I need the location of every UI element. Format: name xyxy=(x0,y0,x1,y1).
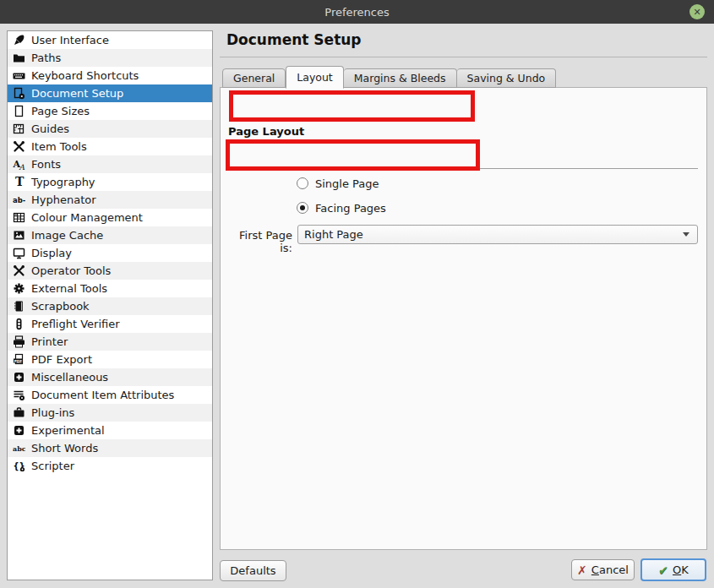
tab-bar: General Layout Margins & Bleeds Saving &… xyxy=(222,65,556,88)
cancel-x-icon: ✗ xyxy=(577,564,587,576)
chevron-down-icon xyxy=(675,232,697,237)
facing-pages-label[interactable]: Facing Pages xyxy=(315,202,386,215)
sidebar-item-page-sizes[interactable]: Page Sizes xyxy=(8,102,212,120)
sidebar-item-printer[interactable]: Printer xyxy=(8,333,212,351)
sidebar-item-label: Page Sizes xyxy=(31,105,90,117)
letter-t-icon: T xyxy=(12,176,25,188)
sidebar-item-preflight-verifier[interactable]: Preflight Verifier xyxy=(8,315,212,333)
sidebar-item-plug-ins[interactable]: Plug-ins xyxy=(8,404,212,422)
sidebar-item-label: Image Cache xyxy=(31,229,103,242)
sidebar-item-scrapbook[interactable]: Scrapbook xyxy=(8,297,212,315)
sidebar-item-document-item-attributes[interactable]: Document Item Attributes xyxy=(8,386,212,404)
pdf-icon: PDF xyxy=(12,353,25,366)
plus-square-icon xyxy=(12,424,25,437)
keyboard-icon xyxy=(12,69,25,82)
sidebar-item-label: Fonts xyxy=(31,158,61,171)
sidebar-item-display[interactable]: Display xyxy=(8,244,212,262)
sidebar-item-pdf-export[interactable]: PDF PDF Export xyxy=(8,351,212,368)
folder-icon xyxy=(12,52,25,64)
crossed-tools-icon xyxy=(12,140,25,153)
double-a-icon: AA xyxy=(12,158,25,171)
close-icon: ✕ xyxy=(693,8,700,17)
annotation-box-1 xyxy=(229,90,475,122)
annotation-box-2 xyxy=(226,139,480,171)
sidebar-item-label: External Tools xyxy=(31,282,107,295)
sidebar-item-label: PDF Export xyxy=(31,353,92,366)
preferences-dialog: { "window": { "title": "Preferences", "c… xyxy=(0,0,714,588)
braces-gear-icon: {} xyxy=(12,460,25,472)
defaults-button[interactable]: Defaults xyxy=(220,560,286,581)
sidebar-item-label: Scrapbook xyxy=(31,300,90,313)
single-page-radio[interactable] xyxy=(297,177,308,189)
svg-text:ab-: ab- xyxy=(13,196,25,204)
sidebar-item-hyphenator[interactable]: ab- Hyphenator xyxy=(8,191,212,209)
notebook-icon xyxy=(12,300,25,313)
sidebar-item-guides[interactable]: Guides xyxy=(8,120,212,138)
tab-saving-undo[interactable]: Saving & Undo xyxy=(457,68,557,88)
sidebar-item-label: Colour Management xyxy=(31,211,143,224)
sidebar-item-experimental[interactable]: Experimental xyxy=(8,422,212,439)
sidebar-item-label: Miscellaneous xyxy=(31,371,108,384)
sidebar-item-label: Experimental xyxy=(31,424,105,437)
document-gear-icon xyxy=(12,87,25,100)
sidebar-item-label: Preflight Verifier xyxy=(31,318,120,330)
sidebar-item-user-interface[interactable]: User Interface xyxy=(8,31,212,49)
sidebar-item-label: Item Tools xyxy=(31,140,87,153)
sidebar-item-label: Operator Tools xyxy=(31,264,111,277)
facing-pages-radio[interactable] xyxy=(297,202,308,214)
close-button[interactable]: ✕ xyxy=(689,4,705,19)
page-layout-label: Page Layout xyxy=(228,125,304,138)
pen-icon xyxy=(12,34,25,46)
tab-layout[interactable]: Layout xyxy=(286,66,344,89)
first-page-dropdown[interactable]: Right Page xyxy=(297,225,698,244)
layout-tab-panel: Page Layout Single Page Facing Pages Fir… xyxy=(220,87,707,550)
sidebar-item-label: Short Words xyxy=(31,442,98,455)
sidebar-item-label: Paths xyxy=(31,52,61,64)
sidebar-item-label: User Interface xyxy=(31,34,109,46)
sidebar-item-paths[interactable]: Paths xyxy=(8,49,212,67)
gear-flower-icon xyxy=(12,282,25,295)
sidebar-item-external-tools[interactable]: External Tools xyxy=(8,280,212,297)
image-icon xyxy=(12,229,25,242)
sidebar-item-scripter[interactable]: {} Scripter xyxy=(8,457,212,475)
sidebar-item-label: Hyphenator xyxy=(31,193,96,206)
defaults-button-label: Defaults xyxy=(230,564,275,577)
page-icon xyxy=(12,105,25,117)
svg-text:PDF: PDF xyxy=(14,359,22,363)
tab-margins-bleeds[interactable]: Margins & Bleeds xyxy=(344,68,457,88)
ruler-grid-icon xyxy=(12,122,25,135)
sidebar-item-label: Keyboard Shortcuts xyxy=(31,69,139,82)
window-title: Preferences xyxy=(324,6,389,19)
sidebar-item-miscellaneous[interactable]: Miscellaneous xyxy=(8,368,212,386)
traffic-light-icon xyxy=(12,318,25,330)
sidebar-item-label: Display xyxy=(31,247,72,259)
single-page-label[interactable]: Single Page xyxy=(315,177,379,190)
cancel-button[interactable]: ✗ Cancel xyxy=(571,559,635,580)
sidebar-item-short-words[interactable]: abc Short Words xyxy=(8,439,212,457)
tab-general[interactable]: General xyxy=(222,68,286,88)
sidebar-item-image-cache[interactable]: Image Cache xyxy=(8,226,212,244)
sidebar-item-operator-tools[interactable]: Operator Tools xyxy=(8,262,212,280)
radio-row-facing-pages: Facing Pages xyxy=(297,201,386,215)
sidebar-item-label: Document Setup xyxy=(31,87,123,100)
sidebar-item-colour-management[interactable]: Colour Management xyxy=(8,209,212,226)
sidebar-item-document-setup[interactable]: Document Setup xyxy=(8,84,212,102)
ok-check-icon: ✔ xyxy=(658,564,668,576)
first-page-label: First Page is: xyxy=(226,229,292,254)
ok-button[interactable]: ✔ OK xyxy=(640,558,706,581)
titlebar: Preferences ✕ xyxy=(0,0,714,24)
sidebar-item-item-tools[interactable]: Item Tools xyxy=(8,138,212,155)
crossed-tools-icon xyxy=(12,264,25,277)
sidebar-item-label: Scripter xyxy=(31,460,74,472)
first-page-value: Right Page xyxy=(298,228,675,241)
page-title: Document Setup xyxy=(226,31,362,48)
sidebar-item-label: Plug-ins xyxy=(31,406,74,419)
sidebar-item-fonts[interactable]: AA Fonts xyxy=(8,155,212,173)
ab-hyphen-icon: ab- xyxy=(12,193,25,206)
briefcase-icon xyxy=(12,406,25,419)
sidebar-item-typography[interactable]: T Typography xyxy=(8,173,212,191)
sidebar-item-keyboard-shortcuts[interactable]: Keyboard Shortcuts xyxy=(8,67,212,84)
radio-row-single-page: Single Page xyxy=(297,177,379,190)
sidebar-item-label: Guides xyxy=(31,122,69,135)
monitor-icon xyxy=(12,247,25,259)
